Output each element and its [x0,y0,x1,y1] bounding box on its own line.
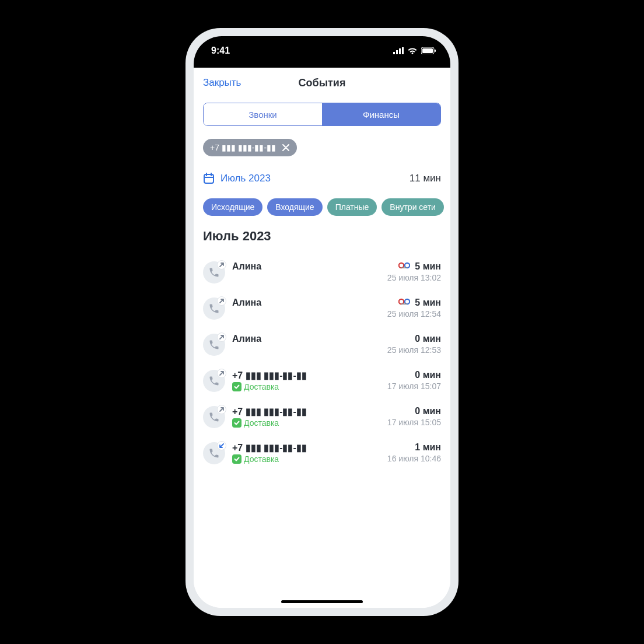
call-duration: 0 мин [415,370,441,380]
calendar-icon [203,173,215,184]
svg-rect-3 [402,47,404,54]
call-timestamp: 16 июля 10:46 [387,454,441,463]
arrow-in-icon [217,441,226,450]
category-chips: Исходящие Входящие Платные Внутри сети [203,198,441,216]
modal-header: Закрыть События [194,68,450,98]
check-icon [232,418,242,428]
call-list: Алина5 мин25 июля 13:02Алина5 мин25 июля… [203,254,441,471]
status-icons [393,47,436,54]
cellular-icon [393,47,404,54]
call-info: +7 ▮▮▮ ▮▮▮-▮▮-▮▮Доставка [232,370,380,391]
call-direction-icon [203,298,225,320]
call-name: +7 ▮▮▮ ▮▮▮-▮▮-▮▮ [232,370,380,381]
date-label: Июль 2023 [220,173,271,184]
voicemail-icon [398,261,410,272]
date-row: Июль 2023 11 мин [203,173,441,184]
call-timestamp: 17 июля 15:05 [387,418,441,427]
call-name: +7 ▮▮▮ ▮▮▮-▮▮-▮▮ [232,442,380,453]
voicemail-icon [398,298,410,308]
call-direction-icon [203,442,225,464]
call-direction-icon [203,334,225,356]
call-duration: 0 мин [415,334,441,344]
device-frame: 9:41 Закрыть События Звонки Финансы +7 ▮… [186,28,459,616]
call-meta: 5 мин25 июля 13:02 [387,261,441,282]
home-indicator[interactable] [281,600,363,603]
svg-point-12 [405,263,410,268]
call-timestamp: 17 июля 15:07 [387,382,441,391]
call-meta: 0 мин17 июля 15:07 [387,370,441,391]
wifi-icon [407,47,418,54]
call-info: +7 ▮▮▮ ▮▮▮-▮▮-▮▮Доставка [232,442,380,464]
arrow-out-icon [217,260,226,270]
status-bar: 9:41 [194,36,450,68]
call-name: Алина [232,334,380,344]
svg-point-11 [399,263,404,268]
call-sub: Доставка [232,454,380,464]
remove-filter-icon[interactable] [281,142,291,153]
call-duration: 5 мин [415,298,441,308]
chip-in-network[interactable]: Внутри сети [382,198,444,216]
call-row[interactable]: +7 ▮▮▮ ▮▮▮-▮▮-▮▮Доставка1 мин16 июля 10:… [203,435,441,471]
battery-icon [421,47,436,54]
total-duration: 11 мин [410,173,441,184]
call-timestamp: 25 июля 12:53 [387,345,441,355]
close-button[interactable]: Закрыть [203,77,241,89]
svg-rect-5 [422,48,433,53]
call-name: Алина [232,261,380,272]
filter-chip-label: +7 ▮▮▮ ▮▮▮-▮▮-▮▮ [210,143,276,152]
call-sub: Доставка [232,418,380,428]
arrow-out-icon [217,405,226,414]
chip-outgoing[interactable]: Исходящие [203,198,262,216]
call-direction-icon [203,370,225,392]
status-time: 9:41 [211,46,230,56]
svg-rect-1 [396,50,398,54]
svg-point-14 [399,299,404,304]
call-info: Алина [232,334,380,344]
call-duration: 1 мин [415,442,441,453]
call-sub-text: Доставка [244,418,279,428]
check-icon [232,454,242,464]
number-filter-chip[interactable]: +7 ▮▮▮ ▮▮▮-▮▮-▮▮ [203,139,297,156]
call-info: +7 ▮▮▮ ▮▮▮-▮▮-▮▮Доставка [232,406,380,428]
svg-point-15 [405,299,410,304]
call-meta: 0 мин25 июля 12:53 [387,334,441,355]
chip-incoming[interactable]: Входящие [267,198,322,216]
call-timestamp: 25 июля 13:02 [387,273,441,282]
call-info: Алина [232,261,380,272]
arrow-out-icon [217,332,226,342]
call-sub-text: Доставка [244,382,279,391]
call-row[interactable]: +7 ▮▮▮ ▮▮▮-▮▮-▮▮Доставка0 мин17 июля 15:… [203,399,441,435]
segmented-control: Звонки Финансы [203,103,441,126]
call-row[interactable]: Алина0 мин25 июля 12:53 [203,327,441,363]
svg-rect-2 [399,48,401,54]
notch [264,36,380,56]
call-sub: Доставка [232,382,380,391]
call-meta: 0 мин17 июля 15:05 [387,406,441,427]
arrow-out-icon [217,296,226,306]
call-direction-icon [203,261,225,284]
call-info: Алина [232,298,380,308]
call-meta: 1 мин16 июля 10:46 [387,442,441,463]
call-direction-icon [203,406,225,428]
screen: 9:41 Закрыть События Звонки Финансы +7 ▮… [194,36,450,608]
svg-rect-7 [204,174,214,183]
call-duration: 0 мин [415,406,441,416]
svg-rect-0 [393,52,395,54]
call-timestamp: 25 июля 12:54 [387,309,441,318]
arrow-out-icon [217,369,226,378]
body: Звонки Финансы +7 ▮▮▮ ▮▮▮-▮▮-▮▮ Июль 202… [194,98,450,608]
svg-rect-6 [435,50,436,52]
content: Закрыть События Звонки Финансы +7 ▮▮▮ ▮▮… [194,68,450,608]
section-title: Июль 2023 [203,229,441,244]
tab-finance[interactable]: Финансы [322,103,440,125]
call-name: Алина [232,298,380,308]
tab-calls[interactable]: Звонки [204,103,322,125]
call-row[interactable]: Алина5 мин25 июля 12:54 [203,290,441,327]
call-meta: 5 мин25 июля 12:54 [387,298,441,318]
chip-paid[interactable]: Платные [327,198,377,216]
call-row[interactable]: +7 ▮▮▮ ▮▮▮-▮▮-▮▮Доставка0 мин17 июля 15:… [203,363,441,399]
call-row[interactable]: Алина5 мин25 июля 13:02 [203,254,441,290]
check-icon [232,382,242,391]
call-sub-text: Доставка [244,454,279,464]
date-picker[interactable]: Июль 2023 [203,173,271,184]
